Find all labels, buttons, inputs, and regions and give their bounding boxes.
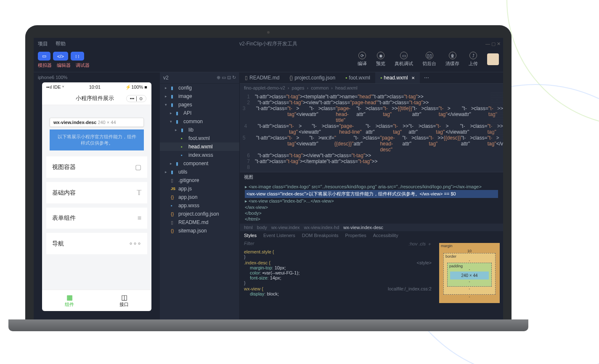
tree-item[interactable]: ▸▮component bbox=[160, 159, 239, 168]
devtab-view[interactable]: 视图 bbox=[244, 174, 253, 180]
style-tab[interactable]: DOM Breakpoints bbox=[302, 233, 339, 238]
tab-more-icon[interactable]: ⋯ bbox=[420, 72, 433, 83]
tree-item[interactable]: ▪app.wxss bbox=[160, 201, 239, 210]
code-editor[interactable]: 1"t-attr">class="t-tag"><template "t-att… bbox=[240, 92, 503, 172]
avatar[interactable] bbox=[487, 53, 499, 65]
list-item[interactable]: 表单组件≡ bbox=[46, 208, 147, 229]
mode-editor-label: 编辑器 bbox=[57, 62, 71, 69]
tab-api[interactable]: ◫接口 bbox=[97, 290, 151, 311]
breadcrumb[interactable]: fino-applet-demo-v2›pages›common›head.wx… bbox=[240, 84, 503, 92]
tree-item[interactable]: {}project.config.json bbox=[160, 210, 239, 218]
list-item[interactable]: 视图容器▢ bbox=[46, 156, 147, 178]
mode-editor-button[interactable]: </> bbox=[53, 52, 68, 61]
dom-inspector[interactable]: ▸ <wx-image class="index-logo" src="../r… bbox=[240, 182, 503, 224]
mode-debugger-label: 调试器 bbox=[76, 62, 90, 69]
mode-simulator-label: 模拟器 bbox=[38, 62, 52, 69]
tree-item[interactable]: ▸▮image bbox=[160, 92, 239, 100]
style-rules[interactable]: Filter:hov .cls ＋ element.style { } <sty… bbox=[240, 240, 436, 319]
laptop-frame: v2-FinClip小程序开发工具 — ▢ ✕ 项目 帮助 ▭ </> ⫶⫶ 模… bbox=[25, 25, 512, 331]
editor-tab[interactable]: ▪ foot.wxml bbox=[340, 72, 375, 83]
editor-tab[interactable]: ▯ README.md bbox=[240, 72, 284, 83]
mode-debugger-button[interactable]: ⫶⫶ bbox=[71, 52, 84, 61]
editor-tabs: ▯ README.md{} project.config.json▪ foot.… bbox=[240, 72, 503, 84]
status-time: 10:01 bbox=[89, 84, 101, 90]
phone-simulator: ••ıl IDE ᵛ 10:01 ⚡100% ■ 小程序组件展示 ••• │ ⊙… bbox=[42, 82, 151, 311]
tree-item[interactable]: ▾▮pages bbox=[160, 100, 239, 109]
tool-background[interactable]: ▯▯切后台 bbox=[422, 52, 436, 67]
tool-compile[interactable]: ⟳编译 bbox=[358, 52, 367, 67]
tree-item[interactable]: ▪index.wxss bbox=[160, 151, 239, 159]
tree-item[interactable]: ▪foot.wxml bbox=[160, 134, 239, 142]
tree-item[interactable]: ▯.gitignore bbox=[160, 176, 239, 185]
style-tab[interactable]: Properties bbox=[345, 233, 366, 238]
tree-item[interactable]: ▸▮utils bbox=[160, 168, 239, 176]
style-tab[interactable]: Event Listeners bbox=[263, 233, 295, 238]
tool-upload[interactable]: ⤴上传 bbox=[469, 52, 478, 67]
tree-item[interactable]: ▸▮API bbox=[160, 109, 239, 117]
tree-item[interactable]: ▸▮config bbox=[160, 84, 239, 92]
minimap[interactable] bbox=[490, 92, 503, 142]
status-battery: ⚡100% ■ bbox=[125, 84, 147, 90]
tree-item[interactable]: {}app.json bbox=[160, 193, 239, 201]
tab-components[interactable]: ▦组件 bbox=[42, 290, 97, 311]
tree-item[interactable]: ▸▮lib bbox=[160, 126, 239, 134]
tree-item[interactable]: ▯README.md bbox=[160, 218, 239, 227]
editor-tab[interactable]: ▪ head.wxml✕ bbox=[375, 72, 420, 83]
tree-item[interactable]: JSapp.js bbox=[160, 185, 239, 193]
dom-breadcrumb[interactable]: htmlbodywx-view.indexwx-view.index-hdwx-… bbox=[240, 224, 503, 231]
mode-simulator-button[interactable]: ▭ bbox=[38, 52, 50, 61]
tree-root[interactable]: v2 bbox=[163, 75, 169, 81]
style-tab[interactable]: Styles bbox=[244, 233, 257, 238]
highlighted-element[interactable]: 以下将展示小程序官方组件能力，组件样式仅供参考。 bbox=[50, 129, 144, 150]
style-tab[interactable]: Accessibility bbox=[373, 233, 398, 238]
editor-tab[interactable]: {} project.config.json bbox=[284, 72, 340, 83]
page-title: 小程序组件展示 bbox=[64, 95, 126, 102]
list-item[interactable]: 基础内容𝕋 bbox=[46, 182, 147, 203]
menu-help[interactable]: 帮助 bbox=[56, 40, 66, 47]
tree-item[interactable]: ▪head.wxml bbox=[160, 142, 239, 151]
tree-actions[interactable]: ⊕ ▭ ⊡ ↻ bbox=[217, 75, 236, 81]
tool-preview[interactable]: ◉预览 bbox=[376, 52, 385, 67]
tree-item[interactable]: ▾▮common bbox=[160, 117, 239, 126]
list-item[interactable]: 导航∘∘∘ bbox=[46, 233, 147, 254]
capsule-button[interactable]: ••• │ ⊙ bbox=[126, 95, 146, 102]
file-explorer: v2 ⊕ ▭ ⊡ ↻ ▸▮config▸▮image▾▮pages▸▮API▾▮… bbox=[160, 72, 240, 319]
menu-project[interactable]: 项目 bbox=[38, 40, 48, 47]
style-tabs[interactable]: StylesEvent ListenersDOM BreakpointsProp… bbox=[240, 231, 503, 240]
window-controls[interactable]: — ▢ ✕ bbox=[485, 41, 501, 47]
box-model: margin10 border- padding- 240 × 44 - - - bbox=[436, 240, 503, 319]
status-signal: ••ıl IDE ᵛ bbox=[46, 84, 64, 90]
tool-clear-cache[interactable]: 🗑清缓存 bbox=[445, 52, 459, 67]
tool-remote-debug[interactable]: ▭真机调试 bbox=[395, 52, 413, 67]
inspect-tooltip: wx-view.index-desc 240 × 44 bbox=[50, 118, 144, 127]
devtools-panel: 视图 ▸ <wx-image class="index-logo" src=".… bbox=[240, 172, 503, 319]
app-window: v2-FinClip小程序开发工具 — ▢ ✕ 项目 帮助 ▭ </> ⫶⫶ 模… bbox=[34, 38, 503, 319]
sim-device-label: iphone6 100% bbox=[34, 72, 160, 82]
tree-item[interactable]: {}sitemap.json bbox=[160, 227, 239, 235]
